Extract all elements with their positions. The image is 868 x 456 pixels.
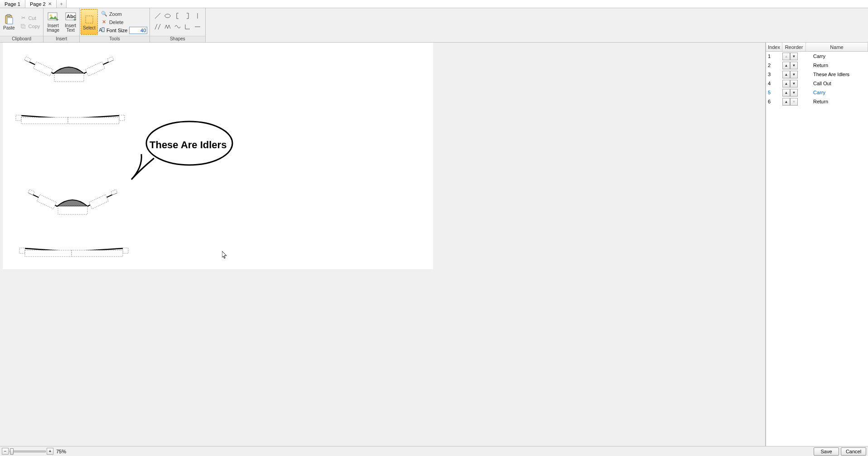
- select-icon: [84, 14, 95, 25]
- row-reorder: ▲▼: [782, 98, 806, 106]
- shape-zigzag[interactable]: [164, 22, 172, 32]
- move-up-button[interactable]: ▲: [782, 98, 790, 106]
- group-label-tools: Tools: [80, 36, 149, 42]
- col-header-name[interactable]: Name: [806, 43, 868, 51]
- cut-button[interactable]: ✂ Cut: [18, 14, 43, 22]
- cancel-button[interactable]: Cancel: [841, 447, 866, 456]
- move-down-button[interactable]: ▼: [790, 62, 798, 69]
- svg-point-4: [50, 14, 52, 16]
- select-button[interactable]: Select: [81, 9, 98, 35]
- canvas-area[interactable]: These Are Idlers: [0, 43, 766, 446]
- cut-label: Cut: [29, 15, 36, 21]
- table-row[interactable]: 4▲▼Call Out: [766, 79, 868, 88]
- svg-text:+: +: [56, 17, 58, 22]
- row-index: 3: [766, 72, 782, 77]
- insert-image-label: Insert Image: [47, 24, 59, 33]
- canvas-drawings: [0, 43, 435, 315]
- zoom-button[interactable]: 🔍 Zoom: [99, 10, 149, 18]
- add-tab-button[interactable]: ＋: [57, 0, 67, 8]
- svg-rect-19: [107, 57, 114, 62]
- row-reorder: ▲▼: [782, 80, 806, 87]
- move-up-button[interactable]: ▲: [782, 89, 790, 97]
- shape-dash[interactable]: [193, 22, 202, 32]
- status-bar: − + 75% Save Cancel: [0, 446, 868, 456]
- zoom-in-button[interactable]: +: [47, 448, 53, 455]
- move-up-button[interactable]: ▲: [782, 62, 790, 69]
- callout-text[interactable]: These Are Idlers: [149, 139, 227, 151]
- zoom-out-button[interactable]: −: [2, 448, 9, 455]
- ribbon: Paste ✂ Cut ⿻ Copy Clipboard + Inser: [0, 8, 868, 43]
- move-up-button[interactable]: ▲: [782, 71, 790, 78]
- row-index: 2: [766, 63, 782, 68]
- shape-angle[interactable]: [183, 22, 192, 32]
- table-row[interactable]: 6▲▼Return: [766, 97, 868, 106]
- shape-bracket-right[interactable]: [183, 11, 192, 21]
- table-row[interactable]: 5▲▼Carry: [766, 88, 868, 97]
- svg-rect-30: [37, 194, 56, 209]
- row-name: Call Out: [806, 81, 868, 86]
- shape-carry-1[interactable]: [24, 57, 114, 82]
- shape-wave[interactable]: [174, 22, 182, 32]
- svg-rect-24: [119, 115, 125, 121]
- tab-bar: Page 1 Page 2 ✕ ＋: [0, 0, 868, 8]
- move-up-button[interactable]: ▲: [782, 80, 790, 87]
- move-down-button[interactable]: ▼: [790, 71, 798, 78]
- table-row[interactable]: 3▲▼These Are Idlers: [766, 70, 868, 79]
- table-row[interactable]: 2▲▼Return: [766, 61, 868, 70]
- tab-label: Page 1: [5, 1, 20, 7]
- delete-button[interactable]: ✕ Delete: [99, 18, 149, 26]
- move-down-button[interactable]: ▼: [790, 98, 798, 106]
- fontsize-input[interactable]: [129, 27, 147, 34]
- shape-bracket-left[interactable]: [174, 11, 182, 21]
- svg-rect-21: [85, 62, 105, 76]
- svg-rect-2: [7, 18, 13, 24]
- close-icon[interactable]: ✕: [48, 1, 52, 6]
- move-up-button[interactable]: ▲: [782, 53, 790, 60]
- zoom-slider[interactable]: [10, 451, 46, 452]
- svg-rect-22: [54, 73, 84, 82]
- svg-rect-20: [33, 62, 53, 76]
- svg-rect-25: [21, 117, 68, 124]
- shape-line[interactable]: [154, 11, 162, 21]
- copy-icon: ⿻: [20, 24, 27, 29]
- svg-text:+: +: [73, 17, 76, 22]
- move-down-button[interactable]: ▼: [790, 80, 798, 87]
- insert-text-button[interactable]: Abc+ Insert Text: [63, 9, 78, 35]
- move-down-button[interactable]: ▼: [790, 53, 798, 60]
- image-icon: +: [48, 12, 58, 23]
- row-index: 1: [766, 53, 782, 59]
- delete-icon: ✕: [101, 19, 107, 25]
- col-header-index[interactable]: Index: [766, 43, 782, 51]
- table-row[interactable]: 1▲▼Carry: [766, 52, 868, 61]
- col-header-reorder[interactable]: Reorder: [782, 43, 806, 51]
- save-button[interactable]: Save: [814, 447, 839, 456]
- panel-header: Index Reorder Name: [766, 43, 868, 52]
- insert-image-button[interactable]: + Insert Image: [44, 9, 62, 35]
- shape-carry-2[interactable]: [28, 189, 117, 214]
- copy-button[interactable]: ⿻ Copy: [18, 22, 43, 30]
- zoom-slider-thumb[interactable]: [10, 448, 14, 455]
- svg-rect-34: [123, 248, 128, 253]
- row-index: 4: [766, 81, 782, 86]
- tab-page-1[interactable]: Page 1: [0, 0, 25, 8]
- shape-ellipse[interactable]: [164, 11, 172, 21]
- svg-rect-32: [58, 206, 87, 214]
- paste-label: Paste: [3, 26, 15, 30]
- zoom-controls: − + 75%: [2, 448, 66, 455]
- paste-icon: [4, 14, 14, 25]
- shape-return-2[interactable]: [19, 248, 128, 257]
- shape-vline[interactable]: [193, 11, 202, 21]
- row-name: Return: [806, 63, 868, 68]
- svg-point-13: [165, 14, 170, 18]
- shape-dbl-line[interactable]: [154, 22, 162, 32]
- row-reorder: ▲▼: [782, 62, 806, 69]
- row-reorder: ▲▼: [782, 71, 806, 78]
- move-down-button[interactable]: ▼: [790, 89, 798, 97]
- svg-rect-23: [16, 115, 21, 121]
- tab-page-2[interactable]: Page 2 ✕: [25, 0, 57, 8]
- ribbon-group-tools: Select 🔍 Zoom ✕ Delete A Font Size: [80, 8, 150, 42]
- shape-return-1[interactable]: [16, 115, 125, 124]
- row-name: Return: [806, 99, 868, 104]
- svg-rect-1: [7, 15, 10, 16]
- paste-button[interactable]: Paste: [1, 9, 17, 35]
